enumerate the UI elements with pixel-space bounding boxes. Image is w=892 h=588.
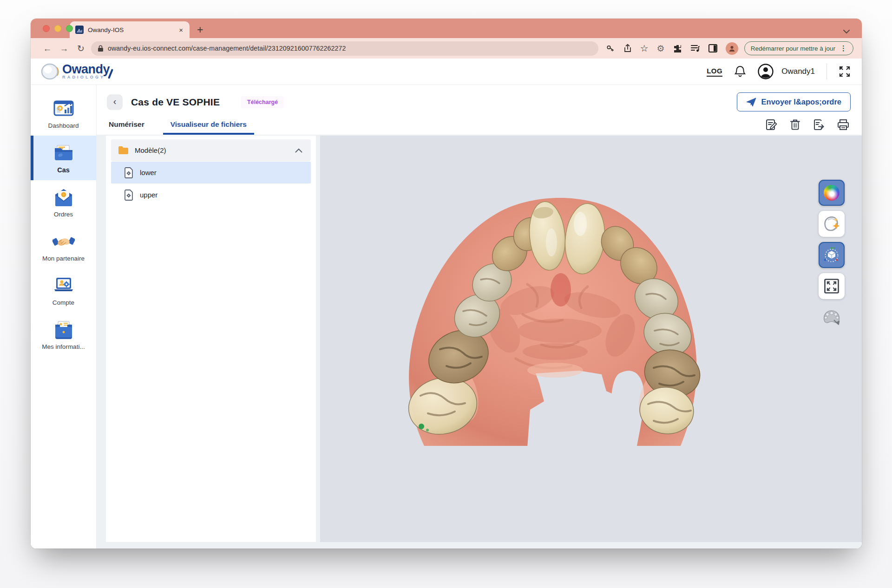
sidebar-item-compte[interactable]: Compte: [31, 268, 96, 313]
owandy-logo: Owandy RADIOLOGY: [41, 63, 112, 80]
delete-trash-icon[interactable]: [789, 118, 801, 131]
sidebar-label: Dashboard: [48, 122, 79, 129]
playlist-icon[interactable]: [690, 44, 700, 52]
account-laptop-icon: [52, 275, 75, 296]
browser-profile-avatar[interactable]: [726, 42, 738, 55]
sidebar-item-partenaire[interactable]: Mon partenaire: [31, 224, 96, 268]
file-row-upper[interactable]: upper: [111, 184, 311, 206]
browser-tab[interactable]: Owandy-IOS ×: [70, 21, 190, 38]
sidepanel-icon[interactable]: [708, 44, 717, 52]
fit-screen-icon: [824, 278, 840, 294]
orders-envelope-icon: [52, 187, 75, 208]
folder-label: Modèle(2): [135, 146, 166, 154]
my-info-card-icon: [52, 320, 75, 340]
url-text: owandy-eu.ios-connect.com/case-managemen…: [108, 45, 346, 52]
tab-visualiseur[interactable]: Visualiseur de fichiers: [163, 120, 254, 135]
url-bar[interactable]: owandy-eu.ios-connect.com/case-managemen…: [91, 41, 598, 56]
folder-row-modele[interactable]: Modèle(2): [111, 139, 311, 161]
tooth-sparkle-icon: [823, 216, 840, 232]
view-3d-tool-button[interactable]: [819, 242, 845, 268]
viewer-content-row: Modèle(2) lower: [97, 135, 862, 549]
sidebar: Dashboard Cas: [31, 85, 97, 549]
model-file-icon: [124, 189, 133, 201]
app-header: Owandy RADIOLOGY LOG Owandy1: [31, 59, 862, 85]
send-order-button[interactable]: Envoyer l&apos;ordre: [737, 92, 851, 111]
scan-gap: [527, 371, 617, 448]
sidebar-label: Ordres: [54, 211, 73, 218]
sidebar-label: Compte: [52, 299, 74, 306]
file-label: upper: [140, 191, 157, 199]
extension-gear-icon[interactable]: ⚙: [657, 44, 665, 53]
sidebar-item-ordres[interactable]: Ordres: [31, 180, 96, 224]
sidebar-label: Mes informati...: [42, 343, 85, 350]
browser-update-button[interactable]: Redémarrer pour mettre à jour ⋮: [744, 41, 853, 55]
header-divider: [826, 64, 827, 79]
forward-nav-icon[interactable]: →: [56, 44, 72, 53]
back-button[interactable]: ‹: [107, 94, 123, 110]
tab-search-chevron-icon[interactable]: [843, 30, 850, 34]
file-label: lower: [140, 169, 157, 176]
edit-note-icon[interactable]: [765, 118, 778, 131]
app-page: Owandy RADIOLOGY LOG Owandy1: [31, 59, 862, 549]
logo-subtitle: RADIOLOGY: [62, 75, 110, 79]
case-title: Cas de VE SOPHIE: [131, 97, 220, 108]
viewer-canvas[interactable]: [320, 136, 862, 542]
user-avatar-icon[interactable]: [758, 64, 774, 79]
case-header-row: ‹ Cas de VE SOPHIE Téléchargé Envoyer l&…: [97, 85, 862, 115]
tab-title: Owandy-IOS: [88, 26, 174, 33]
share-icon[interactable]: [623, 44, 632, 53]
cases-folder-icon: [52, 143, 75, 163]
browser-window: Owandy-IOS × + ← → ↻ owandy-eu.ios-conne…: [31, 19, 862, 549]
dental-model-3d[interactable]: [388, 191, 713, 448]
tab-numeriser[interactable]: Numériser: [109, 120, 144, 135]
tab-close-icon[interactable]: ×: [178, 26, 184, 34]
partner-handshake-icon: [52, 231, 75, 252]
color-texture-tool-button[interactable]: [819, 180, 845, 206]
export-file-icon[interactable]: [813, 118, 825, 131]
browser-menu-dots-icon[interactable]: ⋮: [840, 44, 847, 52]
color-wheel-icon: [824, 185, 840, 201]
window-controls: [43, 25, 73, 32]
viewer-tool-stack: [819, 180, 845, 330]
send-order-label: Envoyer l&apos;ordre: [761, 98, 841, 106]
sidebar-label: Cas: [57, 166, 70, 174]
collapse-chevron-icon[interactable]: [295, 148, 302, 153]
bookmark-star-icon[interactable]: ☆: [640, 44, 649, 53]
file-row-lower[interactable]: lower: [111, 162, 311, 183]
puzzle-extension-icon[interactable]: [673, 44, 682, 53]
reload-icon[interactable]: ↻: [72, 44, 89, 53]
model-file-icon: [124, 167, 133, 178]
file-tree-panel: Modèle(2) lower: [106, 136, 316, 542]
dashboard-icon: [52, 98, 75, 119]
occlusion-check-tool-button[interactable]: [819, 304, 845, 330]
tabs-row: Numériser Visualiseur de fichiers: [97, 115, 862, 135]
zoom-window-button[interactable]: [66, 25, 73, 32]
fullscreen-icon[interactable]: [839, 65, 851, 78]
browser-toolbar: ← → ↻ owandy-eu.ios-connect.com/case-man…: [31, 38, 862, 59]
close-window-button[interactable]: [43, 25, 50, 32]
toolbar-icons: ☆ ⚙: [606, 42, 738, 55]
occlusion-jaw-icon: [821, 308, 842, 327]
owandy-orb-icon: [41, 63, 59, 80]
sidebar-item-cas[interactable]: Cas: [31, 136, 96, 180]
new-tab-button[interactable]: +: [197, 25, 203, 35]
username-label[interactable]: Owandy1: [781, 67, 815, 76]
browser-tabstrip: Owandy-IOS × +: [31, 19, 862, 38]
back-nav-icon[interactable]: ←: [39, 44, 56, 53]
print-icon[interactable]: [837, 119, 850, 131]
lock-icon: [98, 45, 104, 52]
sidebar-item-informations[interactable]: Mes informati...: [31, 313, 96, 357]
folder-icon: [118, 146, 129, 155]
minimize-window-button[interactable]: [54, 25, 61, 32]
sidebar-item-dashboard[interactable]: Dashboard: [31, 91, 96, 136]
status-badge: Téléchargé: [241, 96, 284, 108]
tooth-polish-tool-button[interactable]: [819, 211, 845, 237]
sidebar-label: Mon partenaire: [42, 255, 85, 262]
key-icon[interactable]: [606, 44, 615, 53]
log-button[interactable]: LOG: [707, 67, 722, 77]
notifications-bell-icon[interactable]: [734, 65, 746, 78]
main-content: ‹ Cas de VE SOPHIE Téléchargé Envoyer l&…: [97, 85, 862, 549]
logo-title: Owandy: [62, 64, 110, 75]
fit-screen-tool-button[interactable]: [819, 273, 845, 299]
update-button-label: Redémarrer pour mettre à jour: [751, 45, 835, 52]
